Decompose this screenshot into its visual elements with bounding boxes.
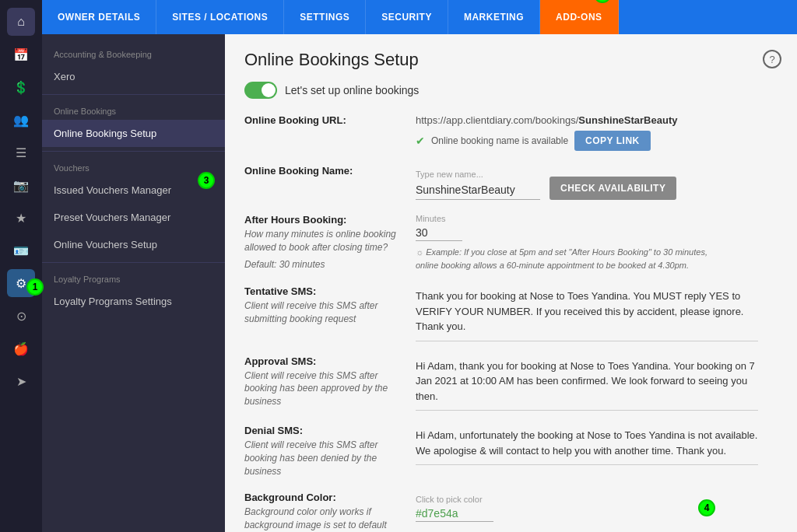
booking-name-input[interactable] [416,180,540,200]
copy-link-button[interactable]: COPY LINK [574,131,651,151]
example-text-content: Example: If you close at 5pm and set "Af… [416,247,707,270]
online-bookings-toggle[interactable] [244,82,277,99]
after-hours-label: After Hours Booking: [244,214,400,226]
approval-sms-sublabel: Client will receive this SMS after booki… [244,369,400,408]
check-availability-button[interactable]: CHECK AVAILABILITY [549,177,676,200]
camera-icon[interactable]: 📷 [7,171,35,199]
main-area: OWNER DETAILS SITES / LOCATIONS SETTINGS… [42,0,797,532]
sidebar-section-accounting: Accounting & Bookeeping [42,42,225,63]
after-hours-example: ☼ Example: If you close at 5pm and set "… [416,246,727,271]
bulb-icon: ☼ [416,247,426,257]
toggle-row: Let's set up online bookings [244,82,778,99]
booking-url-row: Online Booking URL: https://app.clientdi… [244,114,778,151]
denial-sms-row: Denial SMS: Client will receive this SMS… [244,425,778,478]
page-title: Online Bookings Setup [244,50,778,70]
tab-owner-details[interactable]: OWNER DETAILS [42,0,156,34]
denial-sms-sublabel: Client will receive this SMS after booki… [244,439,400,478]
sidebar-item-online-vouchers[interactable]: Online Vouchers Setup [42,231,225,258]
sidebar-section-vouchers: Vouchers [42,156,225,177]
page-container: ? Online Bookings Setup Let's set up onl… [225,34,797,532]
apple-icon[interactable]: 🍎 [7,334,35,362]
availability-row: ✔ Online booking name is available COPY … [416,131,778,151]
dollar-icon[interactable]: 💲 [7,73,35,101]
booking-name-row: Online Booking Name: Type new name... CH… [244,165,778,200]
list-icon[interactable]: ☰ [7,138,35,166]
sidebar-section-online-bookings: Online Bookings [42,99,225,120]
booking-url-display: https://app.clientdiary.com/bookings/Sun… [416,114,778,126]
denial-sms-label: Denial SMS: [244,425,400,436]
url-suffix: SunshineStarBeauty [578,114,677,126]
tentative-sms-sublabel: Client will receive this SMS after submi… [244,299,400,326]
calendar-icon[interactable]: 📅 [7,40,35,68]
approval-sms-label: Approval SMS: [244,355,400,367]
star-icon[interactable]: ★ [7,204,35,232]
sidebar-item-loyalty-settings[interactable]: Loyalty Programs Settings [42,288,225,315]
after-hours-sublabel: How many minutes is online booking allow… [244,228,400,254]
background-color-sublabel: Background color only works if backgroun… [244,506,400,532]
check-available-icon: ✔ [416,135,425,147]
tab-settings[interactable]: SETTINGS [284,0,366,34]
booking-name-placeholder: Type new name... [416,170,540,179]
help-icon[interactable]: ? [763,50,781,68]
tab-marketing[interactable]: MARKETING [448,0,540,34]
after-hours-row: After Hours Booking: How many minutes is… [244,214,778,271]
color-click-label: Click to pick color [416,495,778,504]
approval-sms-row: Approval SMS: Client will receive this S… [244,355,778,411]
toggle-icon[interactable]: ⊙ [7,302,35,330]
tentative-sms-label: Tentative SMS: [244,285,400,297]
availability-text: Online booking name is available [431,135,568,146]
approval-sms-text: Hi Adam, thank you for booking at Nose t… [416,359,758,411]
sidebar-item-online-bookings-setup[interactable]: Online Bookings Setup [42,120,225,147]
tentative-sms-text: Thank you for booking at Nose to Toes Ya… [416,289,758,341]
annotation-3: 3 [198,172,215,189]
minutes-value: 30 [416,225,462,241]
toggle-label: Let's set up online bookings [285,84,419,96]
annotation-1: 1 [26,278,44,296]
booking-name-input-group: Type new name... CHECK AVAILABILITY [416,165,778,200]
tab-sites-locations[interactable]: SITES / LOCATIONS [156,0,284,34]
background-color-row: Background Color: Background color only … [244,492,778,532]
tab-add-ons[interactable]: ADD-ONS [540,0,619,34]
id-card-icon[interactable]: 🪪 [7,236,35,264]
color-value[interactable]: #d7e54a [416,506,493,522]
color-section: Click to pick color #d7e54a [416,495,778,522]
content-area: Accounting & Bookeeping Xero Online Book… [42,34,797,532]
tentative-sms-row: Tentative SMS: Client will receive this … [244,285,778,341]
after-hours-default: Default: 30 minutes [244,258,400,271]
left-navigation: ⌂ 📅 💲 👥 ☰ 📷 ★ 🪪 ⚙ ⊙ 🍎 ➤ [0,0,42,532]
home-icon[interactable]: ⌂ [7,8,35,36]
sidebar-item-preset-vouchers[interactable]: Preset Vouchers Manager [42,204,225,231]
page-content: ? Online Bookings Setup Let's set up onl… [225,34,797,532]
sidebar-section-loyalty: Loyalty Programs [42,267,225,288]
background-color-label: Background Color: [244,492,400,503]
url-prefix: https://app.clientdiary.com/bookings/ [416,114,578,126]
tab-security[interactable]: SECURITY [366,0,448,34]
people-icon[interactable]: 👥 [7,106,35,134]
arrow-icon[interactable]: ➤ [7,367,35,395]
booking-url-label: Online Booking URL: [244,114,400,126]
booking-name-label: Online Booking Name: [244,165,400,177]
denial-sms-text: Hi Adam, unfortunately the booking at No… [416,428,758,465]
sidebar-item-xero[interactable]: Xero [42,63,225,90]
minutes-label: Minutes [416,214,778,223]
top-navigation: OWNER DETAILS SITES / LOCATIONS SETTINGS… [42,0,797,34]
